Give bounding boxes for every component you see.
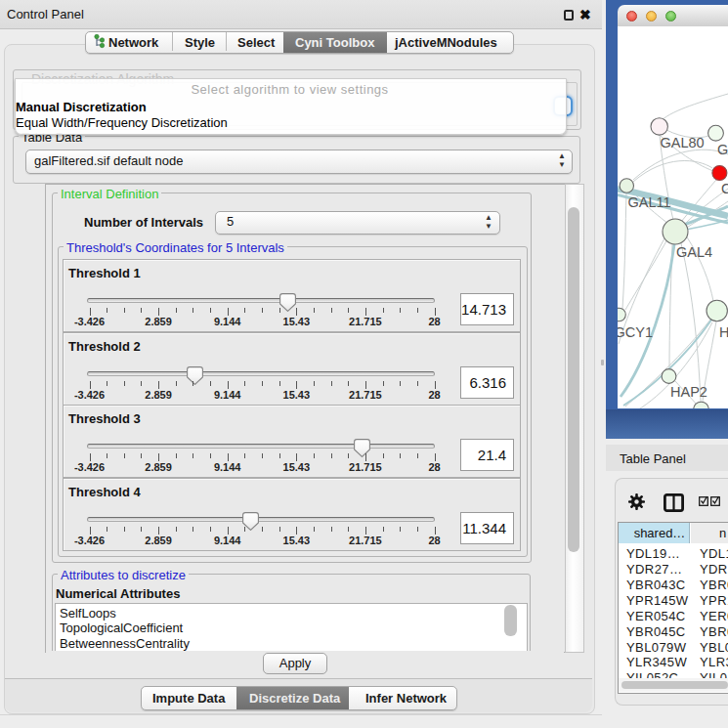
svg-text:GAL4: GAL4: [676, 244, 712, 260]
svg-text:GCY1: GCY1: [618, 324, 653, 340]
svg-text:HAP2: HAP2: [670, 384, 707, 400]
svg-text:GAL11: GAL11: [628, 194, 671, 210]
svg-text:GA: GA: [717, 142, 728, 157]
svg-text:C: C: [721, 181, 728, 196]
svg-text:GAL80: GAL80: [661, 135, 705, 150]
svg-text:H: H: [719, 324, 728, 340]
